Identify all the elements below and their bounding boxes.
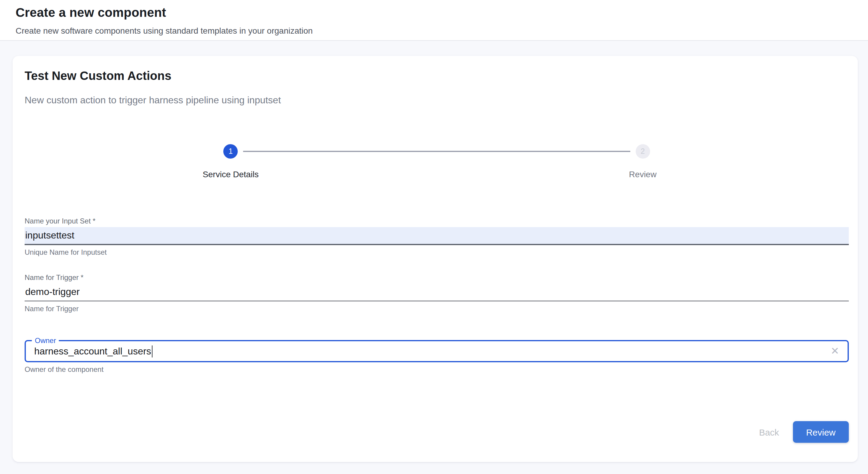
clear-icon[interactable]: ✕: [831, 346, 839, 356]
template-title: Test New Custom Actions: [25, 68, 849, 84]
owner-value: harness_account_all_users: [34, 345, 151, 357]
field-owner: Owner harness_account_all_users ✕ Owner …: [25, 340, 849, 374]
owner-helper: Owner of the component: [25, 365, 849, 374]
page-title: Create a new component: [16, 4, 852, 21]
step-2-circle: 2: [636, 144, 650, 158]
stepper: 1 Service Details 2 Review: [25, 144, 849, 180]
stepper-step-service-details[interactable]: 1 Service Details: [25, 144, 437, 180]
input-set-label: Name your Input Set *: [25, 216, 849, 226]
input-set-input[interactable]: [25, 227, 849, 245]
field-trigger-name: Name for Trigger * Name for Trigger: [25, 273, 849, 314]
page: Create a new component Create new softwa…: [0, 0, 868, 474]
owner-floating-label: Owner: [32, 336, 59, 346]
trigger-input[interactable]: [25, 284, 849, 302]
step-1-circle: 1: [224, 144, 238, 158]
stepper-step-review[interactable]: 2 Review: [437, 144, 849, 180]
main-content: Test New Custom Actions New custom actio…: [0, 41, 868, 474]
field-input-set: Name your Input Set * Unique Name for In…: [25, 216, 849, 257]
page-header: Create a new component Create new softwa…: [0, 0, 868, 41]
text-cursor: [152, 345, 153, 357]
step-2-label: Review: [629, 168, 657, 180]
back-button[interactable]: Back: [749, 422, 789, 442]
input-set-helper: Unique Name for Inputset: [25, 247, 849, 257]
trigger-label: Name for Trigger *: [25, 273, 849, 283]
page-subtitle: Create new software components using sta…: [16, 25, 852, 37]
owner-input[interactable]: Owner harness_account_all_users ✕: [25, 340, 849, 362]
template-wizard-card: Test New Custom Actions New custom actio…: [12, 56, 858, 462]
trigger-helper: Name for Trigger: [25, 304, 849, 314]
step-1-label: Service Details: [203, 168, 259, 180]
service-details-form: Name your Input Set * Unique Name for In…: [25, 216, 849, 443]
wizard-actions: Back Review: [25, 421, 849, 443]
review-button[interactable]: Review: [793, 421, 849, 443]
template-description: New custom action to trigger harness pip…: [25, 94, 849, 107]
